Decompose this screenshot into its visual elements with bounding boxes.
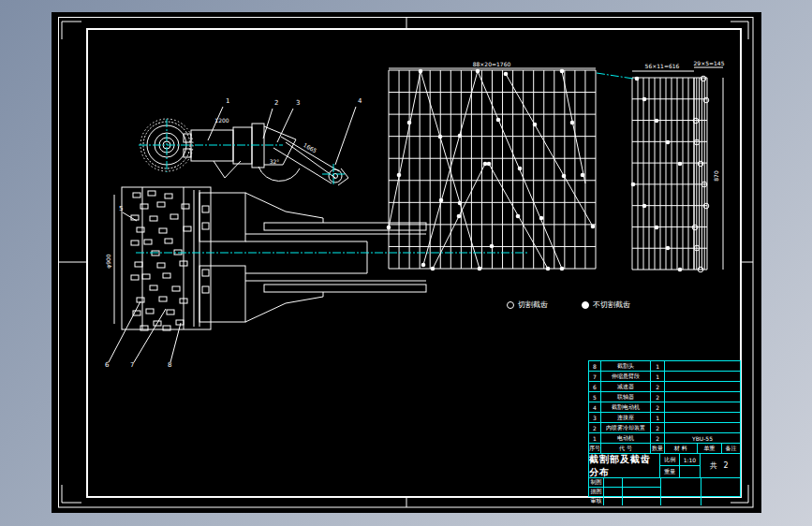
parts-cell: 1 bbox=[651, 361, 665, 371]
legend-label-filled: 不切割截齿 bbox=[593, 300, 630, 310]
parts-cell bbox=[665, 382, 740, 391]
header-no: 序号 bbox=[589, 444, 601, 453]
sig-row-tracer: 描图 bbox=[589, 488, 660, 497]
parts-cell: 伸缩悬臂段 bbox=[601, 372, 651, 381]
sheet-count: 共 2 bbox=[701, 454, 740, 477]
parts-cell bbox=[665, 402, 740, 412]
header-qty: 数量 bbox=[651, 444, 665, 453]
parts-row: 7伸缩悬臂段1 bbox=[589, 372, 740, 382]
parts-cell bbox=[665, 413, 740, 422]
weight-value bbox=[680, 466, 699, 477]
parts-row: 4截割电动机2 bbox=[589, 402, 740, 413]
tracer-signature bbox=[604, 488, 623, 496]
parts-cell: 2 bbox=[651, 433, 665, 443]
parts-cell: 截割头 bbox=[601, 361, 651, 371]
parts-cell: 2 bbox=[651, 392, 665, 402]
title-block-blank-cell bbox=[701, 478, 741, 505]
header-remark: 备注 bbox=[722, 444, 740, 453]
scale-label: 比例 bbox=[660, 454, 680, 465]
parts-cell: 减速器 bbox=[601, 382, 651, 391]
title-block-main: 截割部及截齿分布 比例 1:10 重量 共 2 bbox=[589, 454, 740, 478]
title-block-blank-cell bbox=[661, 478, 701, 505]
parts-cell: 1 bbox=[651, 413, 665, 422]
scale-value: 1:10 bbox=[680, 454, 699, 465]
parts-cell bbox=[665, 423, 740, 432]
tracer-label: 描图 bbox=[589, 488, 604, 496]
parts-table: 8截割头17伸缩悬臂段16减速器25联轴器24截割电动机23连接座12内喷雾冷却… bbox=[589, 361, 740, 444]
parts-cell: 2 bbox=[651, 402, 665, 412]
parts-cell bbox=[665, 361, 740, 371]
parts-cell: 截割电动机 bbox=[601, 402, 651, 412]
parts-cell: 内喷雾冷却装置 bbox=[601, 423, 651, 432]
open-circle-icon bbox=[507, 301, 514, 309]
parts-cell: 6 bbox=[589, 382, 601, 391]
sig-row-drafter: 制图 bbox=[589, 478, 660, 488]
checker-label: 审核 bbox=[589, 497, 604, 505]
parts-row: 8截割头1 bbox=[589, 361, 740, 372]
parts-cell: 1 bbox=[589, 433, 601, 443]
parts-cell: 2 bbox=[651, 423, 665, 432]
parts-row: 5联轴器2 bbox=[589, 392, 740, 402]
parts-row: 6减速器2 bbox=[589, 382, 740, 392]
legend-item-filled: 不切割截齿 bbox=[582, 300, 630, 310]
checker-signature bbox=[604, 497, 623, 505]
sig-row-checker: 审核 bbox=[589, 497, 660, 505]
parts-cell: 7 bbox=[589, 372, 601, 381]
parts-cell: YBU-55 bbox=[665, 433, 740, 443]
parts-cell: 电动机 bbox=[601, 433, 651, 443]
parts-cell: 联轴器 bbox=[601, 392, 651, 402]
parts-cell: 2 bbox=[589, 423, 601, 432]
signature-rows: 制图 描图 审核 bbox=[589, 478, 740, 505]
parts-row: 3连接座1 bbox=[589, 413, 740, 423]
header-designation: 代 号 bbox=[601, 444, 651, 453]
parts-row: 2内喷雾冷却装置2 bbox=[589, 423, 740, 433]
parts-cell: 连接座 bbox=[601, 413, 651, 422]
header-unit-weight: 单重 bbox=[698, 444, 723, 453]
drawing-title: 截割部及截齿分布 bbox=[589, 454, 660, 477]
parts-cell: 5 bbox=[589, 392, 601, 402]
legend-label-open: 切割截齿 bbox=[518, 300, 548, 310]
drafter-label: 制图 bbox=[589, 478, 604, 487]
parts-row: 1电动机2YBU-55 bbox=[589, 433, 740, 444]
title-block: 8截割头17伸缩悬臂段16减速器25联轴器24截割电动机23连接座12内喷雾冷却… bbox=[588, 360, 741, 497]
parts-cell bbox=[665, 372, 740, 381]
parts-cell bbox=[665, 392, 740, 402]
scale-weight-table: 比例 1:10 重量 bbox=[660, 454, 700, 477]
header-material: 材 料 bbox=[665, 444, 698, 453]
parts-table-header: 序号 代 号 数量 材 料 单重 备注 bbox=[589, 444, 740, 454]
weight-label: 重量 bbox=[660, 466, 680, 477]
parts-cell: 8 bbox=[589, 361, 601, 371]
filled-circle-icon bbox=[582, 301, 589, 309]
pick-legend: 切割截齿 不切割截齿 bbox=[507, 300, 630, 310]
parts-cell: 1 bbox=[651, 372, 665, 381]
drafter-signature bbox=[604, 478, 623, 487]
parts-cell: 3 bbox=[589, 413, 601, 422]
parts-cell: 4 bbox=[589, 402, 601, 412]
parts-cell: 2 bbox=[651, 382, 665, 391]
legend-item-open: 切割截齿 bbox=[507, 300, 548, 310]
cad-viewer: 88×20=176056×11=61629×5=145870120032°166… bbox=[0, 0, 812, 526]
